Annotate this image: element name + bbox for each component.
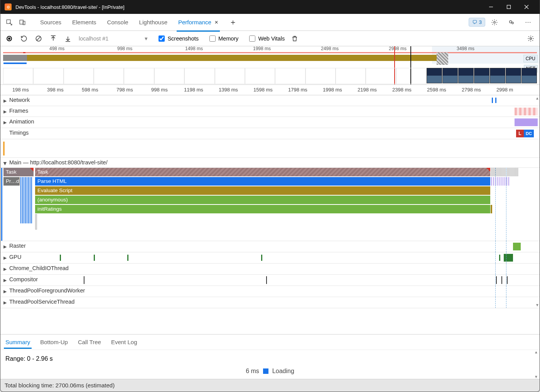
- ruler-tick: 2398 ms: [392, 87, 412, 93]
- scroll-down-icon[interactable]: ▼: [534, 375, 538, 379]
- flame-task-long[interactable]: Task: [35, 168, 490, 176]
- flame-prd[interactable]: Pr…d: [3, 177, 20, 186]
- trash-icon[interactable]: [290, 34, 299, 43]
- collapse-icon[interactable]: ▶: [3, 267, 7, 272]
- overview-ticks: 498 ms 998 ms 1498 ms 1998 ms 2498 ms 29…: [3, 46, 537, 52]
- flame-task[interactable]: Task: [3, 168, 34, 176]
- tab-bottomup[interactable]: Bottom-Up: [39, 336, 69, 348]
- screenshot-thumb[interactable]: [490, 68, 505, 83]
- window-minimize-button[interactable]: [482, 0, 500, 14]
- lane-chrome-child-label: Chrome_ChildIOThread: [9, 265, 69, 271]
- collapse-icon[interactable]: ▶: [3, 300, 7, 305]
- ov-tick-4: 2498 ms: [321, 46, 339, 51]
- tab-eventlog[interactable]: Event Log: [110, 336, 139, 348]
- screenshot-thumb[interactable]: [427, 68, 442, 83]
- memory-checkbox-input[interactable]: [209, 35, 216, 42]
- screenshot-thumb[interactable]: [474, 68, 489, 83]
- memory-checkbox[interactable]: Memory: [209, 35, 238, 42]
- webvitals-checkbox-input[interactable]: [249, 35, 255, 42]
- reload-button[interactable]: [19, 34, 29, 43]
- svg-line-11: [37, 36, 41, 41]
- screenshot-thumb[interactable]: [521, 68, 537, 83]
- window-close-button[interactable]: [518, 0, 535, 14]
- lane-network[interactable]: ▶Network ▲: [0, 95, 540, 106]
- collapse-icon[interactable]: ▶: [3, 255, 7, 260]
- download-button[interactable]: [63, 34, 73, 43]
- timing-marker-dc[interactable]: DC: [524, 130, 534, 137]
- window-title: DevTools - localhost:8080/travel-site/ -…: [15, 4, 482, 10]
- screenshot-thumb[interactable]: [458, 68, 474, 83]
- issues-badge[interactable]: 🗩 3: [469, 18, 485, 27]
- ruler-tick: 598 ms: [82, 87, 98, 93]
- lane-animation[interactable]: ▶Animation: [0, 117, 540, 128]
- lane-spacer: [0, 139, 540, 158]
- scroll-up-icon[interactable]: ▲: [534, 350, 538, 354]
- upload-button[interactable]: [49, 34, 58, 43]
- ruler-tick: 2798 ms: [462, 87, 481, 93]
- tab-summary[interactable]: Summary: [4, 336, 32, 348]
- chevron-down-icon[interactable]: ▾: [145, 35, 148, 42]
- ov-tick-1: 998 ms: [117, 46, 132, 51]
- tab-calltree[interactable]: Call Tree: [76, 336, 103, 348]
- tab-elements[interactable]: Elements: [67, 13, 102, 31]
- clear-button[interactable]: [34, 34, 43, 43]
- collapse-icon[interactable]: ▶: [3, 162, 8, 165]
- issues-count: 3: [479, 19, 482, 25]
- scroll-down-icon[interactable]: ▼: [535, 303, 539, 307]
- flame-anonymous[interactable]: (anonymous): [35, 196, 490, 204]
- recording-host-label[interactable]: localhost #1: [79, 35, 108, 42]
- lane-threadpool-svc[interactable]: ▶ThreadPoolServiceThread ▼: [0, 297, 540, 308]
- record-button[interactable]: [5, 34, 14, 43]
- flame-initratings[interactable]: initRatings: [35, 205, 490, 213]
- lane-chrome-child-io[interactable]: ▶Chrome_ChildIOThread: [0, 264, 540, 275]
- screenshots-checkbox[interactable]: Screenshots: [159, 35, 199, 42]
- close-icon[interactable]: ✕: [214, 20, 218, 25]
- collapse-icon[interactable]: ▶: [3, 289, 7, 294]
- lane-timings[interactable]: Timings L DC: [0, 128, 540, 139]
- flame-evaluate-script[interactable]: Evaluate Script: [35, 186, 490, 195]
- lane-compositor[interactable]: ▶Compositor: [0, 275, 540, 286]
- flame-chart-lanes[interactable]: ▶Network ▲ ▶Frames ▶Animation Timings L …: [0, 95, 540, 308]
- collapse-icon[interactable]: ▶: [3, 120, 7, 125]
- main-flame-chart[interactable]: Task Task Pr…d Parse HTML Evaluate Scrip…: [0, 168, 540, 241]
- feedback-icon[interactable]: [506, 17, 517, 28]
- inspect-element-icon[interactable]: [4, 17, 15, 28]
- add-tab-button[interactable]: ＋: [224, 13, 242, 31]
- tab-sources[interactable]: Sources: [35, 13, 67, 31]
- timing-marker-l[interactable]: L: [516, 130, 524, 137]
- window-maximize-button[interactable]: [500, 0, 518, 14]
- screenshot-thumb[interactable]: [442, 68, 458, 83]
- capture-settings-gear-icon[interactable]: [526, 34, 535, 43]
- collapse-icon[interactable]: ▶: [3, 278, 7, 283]
- lane-frames-label: Frames: [9, 108, 28, 114]
- timeline-ruler[interactable]: 198 ms 398 ms 598 ms 798 ms 998 ms 1198 …: [0, 85, 540, 95]
- lane-network-label: Network: [9, 97, 30, 103]
- legend-color-loading: [263, 368, 268, 374]
- tab-console[interactable]: Console: [102, 13, 134, 31]
- ruler-tick: 1998 ms: [323, 87, 342, 93]
- collapse-icon[interactable]: ▶: [3, 244, 7, 249]
- device-emulation-icon[interactable]: [17, 17, 28, 28]
- settings-gear-icon[interactable]: [489, 17, 500, 28]
- collapse-icon[interactable]: ▶: [3, 109, 7, 114]
- tab-lighthouse[interactable]: Lighthouse: [134, 13, 173, 31]
- screenshot-thumbnails[interactable]: [426, 68, 537, 84]
- ov-tick-6: 3498 ms: [457, 46, 474, 51]
- webvitals-checkbox[interactable]: Web Vitals: [249, 35, 285, 42]
- svg-point-7: [494, 21, 496, 23]
- lane-gpu-label: GPU: [9, 254, 21, 260]
- lane-main[interactable]: ▶Main — http://localhost:8080/travel-sit…: [0, 158, 540, 168]
- flame-parse-html[interactable]: Parse HTML: [35, 177, 490, 186]
- ruler-tick: 798 ms: [116, 87, 133, 93]
- lane-gpu[interactable]: ▶GPU: [0, 252, 540, 264]
- more-menu-icon[interactable]: ⋯: [523, 17, 534, 28]
- scroll-up-icon[interactable]: ▲: [535, 96, 539, 100]
- screenshots-checkbox-input[interactable]: [159, 35, 165, 42]
- timeline-overview[interactable]: 498 ms 998 ms 1498 ms 1998 ms 2498 ms 29…: [0, 46, 540, 85]
- lane-raster[interactable]: ▶Raster: [0, 241, 540, 252]
- tab-performance[interactable]: Performance ✕: [173, 13, 224, 31]
- screenshot-thumb[interactable]: [506, 68, 521, 83]
- lane-threadpool-fg[interactable]: ▶ThreadPoolForegroundWorker: [0, 286, 540, 297]
- lane-frames[interactable]: ▶Frames: [0, 106, 540, 117]
- collapse-icon[interactable]: ▶: [3, 98, 7, 103]
